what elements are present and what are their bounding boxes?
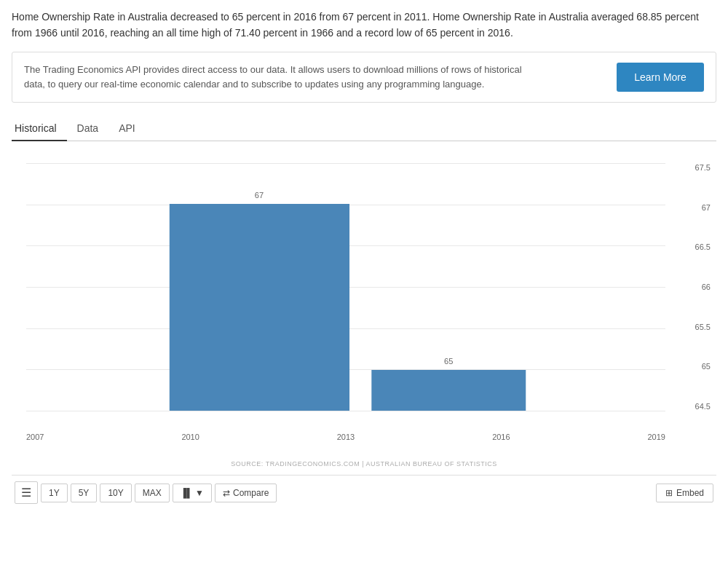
bar-label-2011: 67: [255, 191, 264, 200]
y-label-655: 65.5: [695, 323, 711, 331]
y-label-675: 67.5: [695, 163, 711, 172]
api-banner: The Trading Economics API provides direc…: [12, 52, 716, 103]
chart-type-button[interactable]: ▐▌ ▼: [173, 484, 212, 502]
source-line: SOURCE: TRADINGECONOMICS.COM | AUSTRALIA…: [12, 460, 716, 467]
embed-icon: ⊞: [665, 488, 673, 498]
grid-line: [26, 411, 665, 411]
chart-container: 67 65 2007 2010 2013 2016 2019 67.5 67 6…: [12, 149, 716, 454]
x-label-2007: 2007: [26, 433, 44, 441]
5y-button[interactable]: 5Y: [71, 484, 98, 502]
tab-api[interactable]: API: [116, 117, 146, 141]
learn-more-button[interactable]: Learn More: [617, 63, 704, 92]
tab-historical[interactable]: Historical: [12, 117, 67, 141]
compare-icon: ⇄: [223, 488, 230, 498]
bar-2016: [371, 370, 526, 411]
10y-button[interactable]: 10Y: [100, 484, 131, 502]
embed-label: Embed: [676, 488, 704, 498]
api-banner-text: The Trading Economics API provides direc…: [24, 63, 534, 92]
bars-chart: 67 65: [26, 163, 665, 411]
description-text: Home Ownership Rate in Australia decreas…: [12, 9, 716, 42]
1y-button[interactable]: 1Y: [41, 484, 68, 502]
x-label-2019: 2019: [648, 433, 665, 441]
y-label-645: 64.5: [695, 402, 711, 411]
tab-data[interactable]: Data: [74, 117, 109, 141]
y-label-65: 65: [702, 362, 711, 371]
y-label-66: 66: [702, 283, 711, 291]
compare-label: Compare: [233, 488, 269, 498]
tabs-row: Historical Data API: [12, 116, 716, 141]
y-label-665: 66.5: [695, 242, 711, 251]
x-label-2013: 2013: [337, 433, 355, 441]
x-label-2010: 2010: [181, 433, 199, 441]
x-label-2016: 2016: [492, 433, 510, 441]
bar-label-2016: 65: [444, 357, 453, 366]
bottom-toolbar: ☰ 1Y 5Y 10Y MAX ▐▌ ▼ ⇄ Compare ⊞ Embed: [12, 475, 716, 510]
filter-icon-button[interactable]: ☰: [15, 481, 38, 504]
y-label-67: 67: [702, 203, 711, 212]
y-axis: 67.5 67 66.5 66 65.5 65 64.5: [665, 163, 716, 411]
x-axis: 2007 2010 2013 2016 2019: [26, 433, 665, 441]
toolbar-left: ☰ 1Y 5Y 10Y MAX ▐▌ ▼ ⇄ Compare: [15, 481, 277, 504]
chart-area: 67 65 2007 2010 2013 2016 2019: [26, 163, 665, 411]
max-button[interactable]: MAX: [135, 484, 170, 502]
compare-button[interactable]: ⇄ Compare: [215, 484, 277, 502]
embed-button[interactable]: ⊞ Embed: [656, 484, 713, 502]
main-container: Home Ownership Rate in Australia decreas…: [0, 0, 728, 518]
bar-2011: [170, 204, 349, 411]
